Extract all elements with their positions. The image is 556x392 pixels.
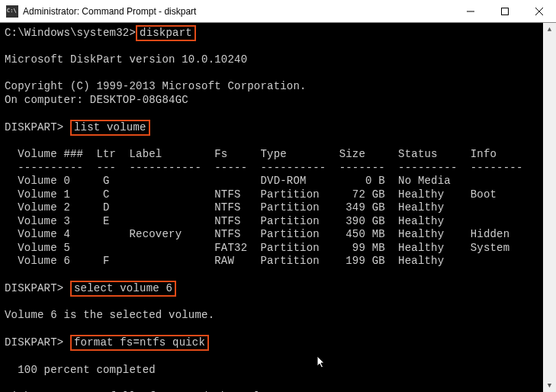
table-divider: ---------- --- ----------- ----- -------… — [5, 162, 523, 174]
window-controls — [453, 0, 556, 22]
highlight-list-volume: list volume — [70, 120, 150, 136]
diskpart-prompt: DISKPART> — [5, 336, 70, 349]
diskpart-prompt: DISKPART> — [5, 121, 70, 133]
scroll-up-arrow[interactable]: ▲ — [543, 23, 556, 36]
table-row: Volume 1 C NTFS Partition 72 GB Healthy … — [5, 188, 497, 201]
selected-message: Volume 6 is the selected volume. — [5, 309, 214, 321]
diskpart-prompt: DISKPART> — [5, 282, 70, 294]
scroll-down-arrow[interactable]: ▼ — [543, 379, 556, 392]
svg-rect-1 — [501, 8, 508, 14]
cmd-icon — [6, 5, 18, 18]
prompt-path: C:\Windows\system32> — [5, 27, 136, 39]
computer-text: On computer: DESKTOP-08G84GC — [5, 94, 188, 106]
version-text: Microsoft DiskPart version 10.0.10240 — [5, 53, 247, 66]
highlight-format: format fs=ntfs quick — [70, 335, 209, 351]
titlebar: Administrator: Command Prompt - diskpart — [0, 0, 556, 23]
table-header: Volume ### Ltr Label Fs Type Size Status… — [5, 148, 497, 160]
table-row: Volume 3 E NTFS Partition 390 GB Healthy — [5, 215, 444, 227]
highlight-diskpart: diskpart — [136, 25, 196, 41]
window-title: Administrator: Command Prompt - diskpart — [23, 6, 453, 17]
table-row: Volume 0 G DVD-ROM 0 B No Media — [5, 175, 451, 187]
close-button[interactable] — [522, 0, 556, 22]
scrollbar[interactable]: ▲ ▼ — [543, 23, 556, 392]
maximize-button[interactable] — [487, 0, 522, 22]
terminal-output[interactable]: C:\Windows\system32>diskpart Microsoft D… — [0, 23, 556, 392]
progress-text: 100 percent completed — [5, 364, 156, 376]
copyright-text: Copyright (C) 1999-2013 Microsoft Corpor… — [5, 80, 307, 92]
minimize-button[interactable] — [453, 0, 487, 22]
table-row: Volume 5 FAT32 Partition 99 MB Healthy S… — [5, 242, 509, 254]
highlight-select-volume: select volume 6 — [70, 281, 176, 297]
table-row: Volume 2 D NTFS Partition 349 GB Healthy — [5, 201, 444, 214]
scroll-track[interactable] — [543, 36, 556, 379]
table-row: Volume 4 Recovery NTFS Partition 450 MB … — [5, 228, 509, 240]
table-row: Volume 6 F RAW Partition 199 GB Healthy — [5, 255, 444, 267]
